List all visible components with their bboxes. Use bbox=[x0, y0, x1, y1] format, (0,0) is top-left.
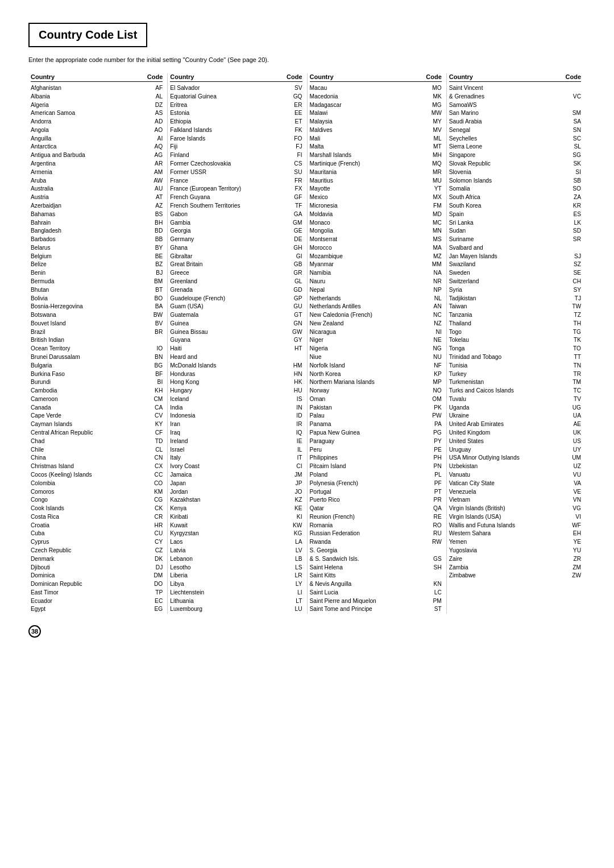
list-item: CongoCG bbox=[31, 496, 163, 505]
country-name: Japan bbox=[170, 480, 289, 488]
list-item: MacedoniaMK bbox=[310, 93, 442, 101]
country-code: SD bbox=[569, 227, 581, 235]
list-item: Svalbard and bbox=[449, 244, 581, 253]
country-code: JO bbox=[290, 488, 302, 497]
list-item: EstoniaEE bbox=[170, 109, 302, 118]
country-code bbox=[290, 353, 302, 362]
country-code: ET bbox=[290, 118, 302, 126]
country-name: Saint Helena bbox=[310, 564, 429, 572]
country-name: Jan Mayen Islands bbox=[449, 253, 569, 261]
country-code: EG bbox=[150, 605, 163, 614]
country-code: NZ bbox=[429, 320, 442, 328]
country-name: Georgia bbox=[170, 227, 289, 235]
country-code: NR bbox=[429, 278, 442, 286]
list-item: PakistanPK bbox=[310, 404, 442, 412]
country-code: ZW bbox=[569, 572, 581, 580]
country-code: KN bbox=[429, 580, 442, 589]
list-item: SwazilandSZ bbox=[449, 261, 581, 269]
country-name: Austria bbox=[31, 193, 150, 202]
country-code bbox=[429, 547, 442, 555]
list-item: Cayman IslandsKY bbox=[31, 420, 163, 429]
country-name: Latvia bbox=[170, 547, 289, 555]
country-code: PM bbox=[429, 597, 442, 606]
country-name: Ireland bbox=[170, 437, 289, 446]
list-item: Papua New GuineaPG bbox=[310, 429, 442, 437]
list-item: PolandPL bbox=[310, 471, 442, 480]
col1-header-country: Country bbox=[31, 73, 55, 80]
country-name: Saudi Arabia bbox=[449, 118, 569, 126]
country-code: MA bbox=[429, 244, 442, 253]
country-name: Tunisia bbox=[449, 362, 569, 370]
country-code: LB bbox=[290, 555, 302, 564]
list-item: HaitiHT bbox=[170, 345, 302, 353]
country-name: Nauru bbox=[310, 278, 429, 286]
country-code: SM bbox=[569, 109, 581, 118]
country-name: Liechtenstein bbox=[170, 589, 289, 597]
country-code: AL bbox=[150, 93, 163, 101]
country-code: DM bbox=[150, 572, 163, 580]
country-name: & S. Sandwich Isls. bbox=[310, 555, 429, 564]
list-item: MaliML bbox=[310, 135, 442, 143]
list-item: UruguayUY bbox=[449, 446, 581, 454]
list-item: YemenYE bbox=[449, 538, 581, 547]
list-item: Northern Mariana IslandsMP bbox=[310, 378, 442, 387]
list-item: EritreaER bbox=[170, 101, 302, 110]
country-code: HM bbox=[290, 362, 302, 370]
country-code: VC bbox=[569, 93, 581, 101]
list-item: MoldaviaMD bbox=[310, 210, 442, 219]
country-code: NL bbox=[429, 295, 442, 303]
country-code: CA bbox=[150, 404, 163, 412]
country-code: BE bbox=[150, 253, 163, 261]
country-code: TN bbox=[569, 362, 581, 370]
country-name: Albania bbox=[31, 93, 150, 101]
country-code: AG bbox=[150, 151, 163, 160]
country-name: Tokelau bbox=[449, 336, 569, 345]
country-code: EH bbox=[569, 530, 581, 538]
list-item: MaltaMT bbox=[310, 143, 442, 151]
list-item: S. Georgia bbox=[310, 547, 442, 555]
country-name: Tanzania bbox=[449, 311, 569, 320]
country-name: Singapore bbox=[449, 151, 569, 160]
country-name: Bouvet Island bbox=[31, 320, 150, 328]
country-name: Andorra bbox=[31, 118, 150, 126]
list-item: VanuatuVU bbox=[449, 471, 581, 480]
list-item: GreeceGR bbox=[170, 269, 302, 278]
country-code: UM bbox=[569, 454, 581, 462]
list-item: KiribatiKI bbox=[170, 513, 302, 522]
list-item: South KoreaKR bbox=[449, 202, 581, 210]
country-name: China bbox=[31, 454, 150, 462]
country-name: Christmas Island bbox=[31, 462, 150, 471]
country-name: Bosnia-Herzegovina bbox=[31, 303, 150, 311]
country-name: Gabon bbox=[170, 210, 289, 219]
country-name: Bangladesh bbox=[31, 227, 150, 235]
country-name: Bhutan bbox=[31, 286, 150, 295]
country-code: IN bbox=[290, 404, 302, 412]
country-name: Virgin Islands (British) bbox=[449, 505, 569, 513]
country-name: Afghanistan bbox=[31, 84, 150, 93]
list-item: SwedenSE bbox=[449, 269, 581, 278]
country-code: GB bbox=[290, 261, 302, 269]
country-name: Tadjikistan bbox=[449, 295, 569, 303]
list-item: MacauMO bbox=[310, 84, 442, 93]
country-code: MG bbox=[429, 101, 442, 110]
country-name: Zaire bbox=[449, 555, 569, 564]
country-code: RE bbox=[429, 513, 442, 522]
country-code: AE bbox=[569, 420, 581, 429]
country-code: SL bbox=[569, 143, 581, 151]
list-item: LiberiaLR bbox=[170, 572, 302, 580]
country-code: SY bbox=[569, 286, 581, 295]
country-code: GL bbox=[290, 278, 302, 286]
country-name: Ecuador bbox=[31, 597, 150, 606]
country-name: Turkey bbox=[449, 370, 569, 379]
list-item: Antigua and BarbudaAG bbox=[31, 151, 163, 160]
country-name: Ghana bbox=[170, 244, 289, 253]
country-name: Bahrain bbox=[31, 219, 150, 228]
country-name: Rwanda bbox=[310, 538, 429, 547]
country-name: Guyana bbox=[170, 336, 289, 345]
list-item: TongaTO bbox=[449, 345, 581, 353]
country-name: Northern Mariana Islands bbox=[310, 378, 429, 387]
list-item: MongoliaMN bbox=[310, 227, 442, 235]
country-name: Great Britain bbox=[170, 261, 289, 269]
country-name: Azerbaidjan bbox=[31, 202, 150, 210]
country-name: Peru bbox=[310, 446, 429, 454]
